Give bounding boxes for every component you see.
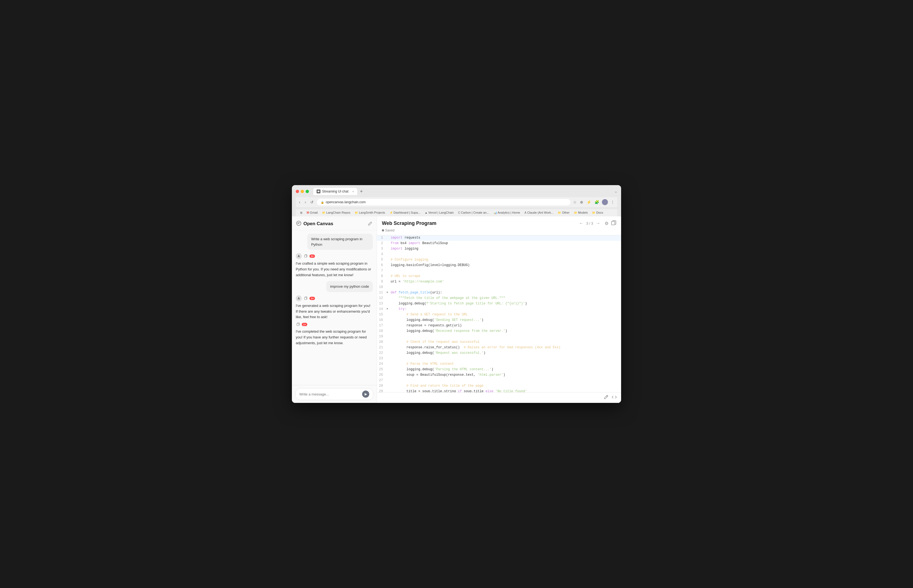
copy-code-button[interactable] (611, 220, 616, 226)
code-line: 9 url = 'https://example.com' (377, 279, 621, 285)
new-tab-button[interactable]: + (358, 189, 365, 194)
assistant-text-2a: I've generated a web scraping program fo… (296, 303, 373, 320)
sidebar-title-row: Open Canvas (296, 221, 333, 227)
code-line: 18 logging.debug('Received response from… (377, 329, 621, 334)
svg-rect-2 (304, 297, 307, 299)
user-message-2: improve my python code (326, 281, 373, 292)
bookmarks-bar: ⊞ M Gmail 📁 LangChain Repos 📁 LangSmith … (296, 209, 617, 216)
message-input-wrapper: ▶ (295, 388, 373, 400)
code-actions: ⚙ (604, 220, 616, 226)
bookmark-vercel[interactable]: ▲ Vercel | LangChain (423, 210, 456, 215)
code-body[interactable]: 1 import requests 2 from bs4 import Beau… (377, 235, 621, 392)
assistant-actions-1: 1× (304, 254, 315, 258)
more-options-button[interactable]: ⋮ (610, 199, 615, 205)
extension-button-2[interactable]: ⚡ (586, 199, 592, 205)
tab-close-button[interactable]: × (352, 190, 354, 193)
copy-message-button-1[interactable] (304, 254, 309, 258)
browser-actions: ☆ ⊕ ⚡ 🧩 ⋮ (572, 199, 615, 205)
bookmark-other-label: Other (562, 211, 570, 214)
code-line: 8 # URL to scrape (377, 274, 621, 279)
bookmark-carbon[interactable]: C Carbon | Create an... (457, 210, 491, 215)
message-input-area: ▶ (292, 385, 377, 403)
extension-button-1[interactable]: ⊕ (579, 199, 584, 205)
sidebar-header: Open Canvas (292, 216, 377, 230)
code-line: 3 import logging (377, 246, 621, 252)
maximize-window-button[interactable] (305, 190, 309, 193)
back-button[interactable]: ‹ (298, 199, 302, 205)
svg-rect-4 (611, 221, 615, 225)
message-input[interactable] (299, 392, 360, 396)
assistant-header-2: A 1× (296, 296, 373, 301)
code-line: 16 logging.debug('Sending GET request...… (377, 318, 621, 323)
bookmark-models[interactable]: 📁 Models (572, 210, 589, 215)
bookmark-langchain-repos[interactable]: 📁 LangChain Repos (320, 210, 352, 215)
sub-copy-button-2[interactable] (296, 322, 301, 326)
code-title: Web Scraping Program (382, 221, 436, 226)
bookmark-vercel-label: Vercel | LangChain (428, 211, 454, 214)
browser-window: 💬 Streaming UI chat × + ⌄ ‹ › ↺ 🔒 openca… (292, 185, 621, 403)
edit-canvas-button[interactable] (368, 221, 372, 226)
bookmark-dashboard-label: Dashboard | Supa... (394, 211, 420, 214)
bookmark-other[interactable]: 📁 Other (556, 210, 571, 215)
svg-rect-1 (304, 255, 307, 257)
code-line: 26 soup = BeautifulSoup(response.text, '… (377, 372, 621, 378)
code-line: 14 ▶ try: (377, 307, 621, 312)
chat-icon (296, 221, 301, 227)
code-line: 22 logging.debug('Request was successful… (377, 351, 621, 356)
address-bar[interactable]: 🔒 opencanvas.langchain.com (317, 199, 570, 205)
profile-avatar-button[interactable] (602, 199, 608, 205)
tab-bar: 💬 Streaming UI chat × + ⌄ (313, 188, 617, 195)
bookmark-carbon-label: Carbon | Create an... (461, 211, 489, 214)
settings-button[interactable]: ⚙ (604, 220, 609, 226)
code-nav: ← 3 / 3 → (579, 221, 600, 226)
bookmark-gmail-label: Gmail (310, 211, 318, 214)
code-line: 29 title = soup.title.string if soup.tit… (377, 389, 621, 392)
bookmark-dashboard[interactable]: ⚡ Dashboard | Supa... (388, 210, 422, 215)
code-line: 2 from bs4 import BeautifulSoup (377, 241, 621, 246)
code-line: 21 response.raise_for_status() # Raises … (377, 345, 621, 351)
code-line: 24 # Parse the HTML content (377, 362, 621, 367)
code-line: 23 (377, 356, 621, 362)
code-line: 17 response = requests.get(url) (377, 323, 621, 329)
bookmark-langsmith-label: LangSmith Projects (359, 211, 385, 214)
svg-rect-3 (297, 323, 299, 326)
lock-icon: 🔒 (321, 201, 324, 204)
nav-prev-button[interactable]: ← (579, 221, 583, 226)
bookmark-docs[interactable]: 📁 Docs (590, 210, 604, 215)
code-line: 6 logging.basicConfig(level=logging.DEBU… (377, 263, 621, 268)
message-badge-1: 1× (309, 255, 315, 258)
view-code-button[interactable] (612, 395, 617, 401)
bookmark-gmail[interactable]: M Gmail (305, 210, 319, 215)
analytics-icon: 📊 (493, 211, 497, 214)
assistant-message-group-2: A 1× I've generated a we (296, 296, 373, 346)
bookmark-langsmith[interactable]: 📁 LangSmith Projects (353, 210, 386, 215)
active-tab[interactable]: 💬 Streaming UI chat × (313, 188, 357, 195)
minimize-window-button[interactable] (301, 190, 304, 193)
other-folder-icon: 📁 (558, 211, 561, 214)
copy-message-button-2[interactable] (304, 296, 309, 300)
send-button[interactable]: ▶ (362, 391, 369, 398)
bookmark-analytics[interactable]: 📊 Analytics | Home (492, 210, 522, 215)
tab-more-button[interactable]: ⌄ (614, 189, 617, 193)
edit-code-button[interactable] (604, 395, 609, 401)
code-panel: Web Scraping Program ← 3 / 3 → ⚙ (377, 216, 621, 403)
bookmark-docs-label: Docs (596, 211, 603, 214)
forward-button[interactable]: › (304, 199, 307, 205)
code-line: 1 import requests (377, 235, 621, 241)
bookmark-apps[interactable]: ⊞ (299, 211, 304, 215)
carbon-icon: C (458, 211, 460, 214)
bookmark-claude[interactable]: A Claude (Ant Work... (523, 210, 555, 215)
chat-sidebar: Open Canvas Write a web scraping program… (292, 216, 377, 403)
folder-icon-2: 📁 (355, 211, 358, 214)
reload-button[interactable]: ↺ (309, 199, 315, 205)
code-line: 25 logging.debug('Parsing the HTML conte… (377, 367, 621, 372)
assistant-avatar-2: A (296, 296, 302, 301)
tab-title: Streaming UI chat (322, 189, 348, 193)
bookmark-star-button[interactable]: ☆ (572, 199, 577, 205)
nav-counter: 3 / 3 (586, 221, 593, 225)
code-line: 4 (377, 252, 621, 257)
close-window-button[interactable] (296, 190, 299, 193)
nav-next-button[interactable]: → (596, 221, 600, 226)
code-line: 27 (377, 378, 621, 383)
extension-button-3[interactable]: 🧩 (594, 199, 600, 205)
